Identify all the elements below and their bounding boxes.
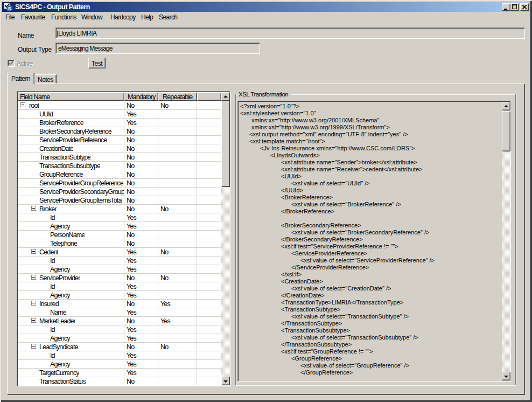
svg-text:S: S (8, 6, 11, 11)
